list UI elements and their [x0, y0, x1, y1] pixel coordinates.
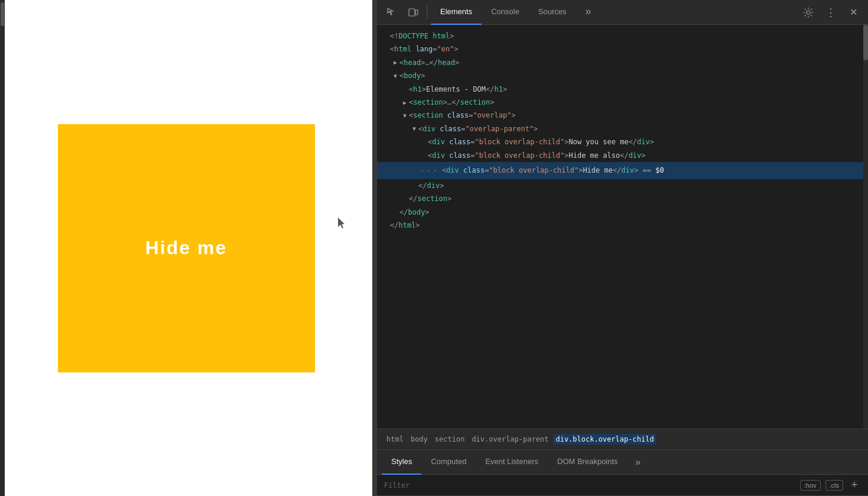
dom-node-content: <h1>Elements - DOM</h1> [409, 83, 507, 95]
dom-node-content: <section>…</section> [409, 96, 495, 108]
breadcrumb-overlap-child[interactable]: div.block.overlap-child [553, 434, 656, 445]
hov-filter-button[interactable]: :hov [800, 480, 821, 491]
dom-line[interactable]: ▼<section class="overlap"> [377, 109, 863, 122]
expand-arrow-icon[interactable]: ▼ [391, 71, 399, 81]
svg-rect-1 [415, 10, 418, 15]
dom-node-content: </html> [390, 219, 420, 231]
dom-node-content: <div class="block overlap-child">Hide me… [442, 164, 664, 176]
dom-line[interactable]: <h1>Elements - DOM</h1> [377, 83, 863, 96]
dom-line[interactable]: <html lang="en"> [377, 43, 863, 56]
yellow-box: Hide me [58, 124, 315, 372]
tab-sources[interactable]: Sources [529, 0, 576, 25]
devtools-tabs: Elements Console Sources » [431, 0, 797, 25]
devtools-panel: Elements Console Sources » ⋮ [377, 0, 868, 496]
breadcrumb-body[interactable]: body [408, 434, 430, 445]
dom-scrollbar-thumb [863, 25, 868, 60]
dom-line[interactable]: </html> [377, 219, 863, 232]
bottom-tabs-bar: Styles Computed Event Listeners DOM Brea… [377, 450, 868, 475]
tab-event-listeners[interactable]: Event Listeners [476, 450, 548, 475]
breadcrumb-overlap-parent[interactable]: div.overlap-parent [469, 434, 551, 445]
preview-panel: Hide me [0, 0, 372, 496]
filter-bar: :hov .cls + [377, 475, 868, 496]
dom-line[interactable]: ▼<div class="overlap-parent"> [377, 122, 863, 135]
more-bottom-tabs-button[interactable]: » [630, 454, 646, 471]
dom-node-content: <div class="block overlap-child">Hide me… [428, 150, 646, 161]
dom-line[interactable]: <!DOCTYPE html> [377, 30, 863, 43]
dom-line[interactable]: <div class="block overlap-child">Hide me… [377, 149, 863, 162]
scrollbar-thumb [1, 2, 4, 26]
tab-console[interactable]: Console [482, 0, 529, 25]
dom-node-content: <div class="block overlap-child">Now you… [428, 136, 654, 148]
toolbar-right: ⋮ ✕ [798, 2, 863, 22]
toolbar-separator [427, 5, 427, 20]
dom-node-content: <body> [399, 70, 425, 82]
expand-arrow-icon[interactable]: ▼ [401, 111, 409, 121]
dom-scrollbar[interactable] [863, 25, 868, 429]
dom-node-content: <section class="overlap"> [409, 109, 516, 121]
dom-line[interactable]: ▶<section>…</section> [377, 96, 863, 109]
settings-button[interactable] [798, 2, 818, 22]
dom-node-content: <html lang="en"> [390, 43, 459, 55]
dom-node-content: </body> [399, 206, 430, 218]
dom-line[interactable]: <div class="block overlap-child">Now you… [377, 135, 863, 148]
dom-line[interactable]: ▼<body> [377, 69, 863, 82]
dom-line[interactable]: ···<div class="block overlap-child">Hide… [377, 162, 863, 179]
svg-point-2 [807, 11, 810, 14]
preview-scrollbar [0, 0, 5, 496]
dom-dots-icon[interactable]: ··· [420, 163, 438, 179]
svg-rect-0 [409, 9, 415, 16]
tab-dom-breakpoints[interactable]: DOM Breakpoints [548, 450, 628, 475]
breadcrumb-section[interactable]: section [433, 434, 467, 445]
tab-styles[interactable]: Styles [382, 450, 421, 475]
dom-line[interactable]: </div> [377, 179, 863, 192]
panel-divider[interactable] [372, 0, 377, 496]
dom-node-content: </section> [409, 193, 451, 205]
more-options-button[interactable]: ⋮ [821, 2, 841, 22]
cursor-indicator [338, 218, 347, 229]
dom-node-content: <!DOCTYPE html> [390, 30, 454, 42]
tab-computed[interactable]: Computed [421, 450, 476, 475]
dom-line[interactable]: </section> [377, 192, 863, 205]
expand-arrow-icon[interactable]: ▶ [401, 98, 409, 108]
expand-arrow-icon[interactable]: ▼ [410, 124, 418, 134]
breadcrumb-bar: html body section div.overlap-parent div… [377, 429, 868, 450]
tab-elements[interactable]: Elements [431, 0, 482, 25]
inspect-element-button[interactable] [382, 2, 402, 22]
dom-node-content: <head>…</head> [399, 57, 459, 69]
dom-line[interactable]: </body> [377, 206, 863, 219]
yellow-box-text: Hide me [145, 237, 227, 259]
dom-node-content: <div class="overlap-parent"> [418, 123, 538, 135]
dom-scroll-area: <!DOCTYPE html><html lang="en">▶<head>…<… [377, 25, 868, 429]
device-toolbar-button[interactable] [403, 2, 423, 22]
cls-filter-button[interactable]: .cls [825, 480, 844, 491]
dom-tree[interactable]: <!DOCTYPE html><html lang="en">▶<head>…<… [377, 25, 863, 429]
filter-input[interactable] [384, 481, 800, 489]
expand-arrow-icon[interactable]: ▶ [391, 57, 399, 67]
tab-more[interactable]: » [576, 0, 601, 25]
add-style-rule-button[interactable]: + [848, 479, 861, 492]
filter-right: :hov .cls + [800, 479, 861, 492]
dom-node-content: </div> [418, 180, 444, 192]
dom-line[interactable]: ▶<head>…</head> [377, 56, 863, 69]
close-devtools-button[interactable]: ✕ [843, 2, 863, 22]
devtools-toolbar: Elements Console Sources » ⋮ [377, 0, 868, 25]
breadcrumb-html[interactable]: html [384, 434, 406, 445]
